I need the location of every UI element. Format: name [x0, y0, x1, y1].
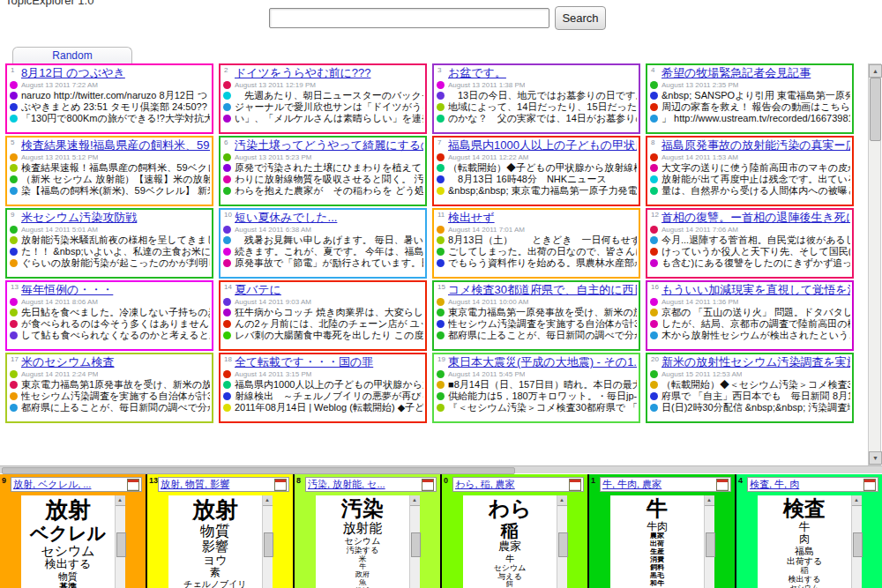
card-title-link[interactable]: 希望の牧場緊急記者会見記事 [662, 65, 850, 81]
scroll-up-icon[interactable]: ▲ [263, 495, 273, 506]
topic-dot-icon [223, 309, 231, 316]
topic-word: 物質 [23, 571, 114, 582]
topic-scrollbar[interactable]: ▲ [851, 495, 862, 588]
card-header: 6 汚染土壌ってどうやって綺麗にするの？ [222, 138, 423, 153]
topic-dot-icon [223, 164, 231, 172]
card-snippet: &nbsp; SANSPOより引用 東電福島第一原発 [662, 90, 850, 101]
calendar-icon[interactable] [716, 479, 729, 491]
card-title-link[interactable]: 福島県内1000人以上の子どもの甲状腺 [448, 138, 637, 153]
card-snippet: 検査結果速報！福島県産の飼料米、59ベクレル [21, 162, 210, 174]
topic-dot-icon [437, 187, 445, 195]
card-header: 2 ドイツをうらやむ前に??? [222, 65, 423, 80]
scrollbar-thumb[interactable] [706, 532, 715, 557]
topic-number: 13 [149, 476, 158, 485]
card-snippet: 都府県に上ることが、毎日新聞の調べで分かっ [21, 402, 210, 413]
scroll-up-icon[interactable]: ▲ [852, 495, 862, 506]
scroll-up-icon[interactable]: ▲ [705, 495, 714, 506]
card-title-link[interactable]: もういい加減現実を直視して覚悟を決め [662, 282, 850, 298]
scrollbar-thumb[interactable] [558, 532, 568, 557]
scrollbar-thumb[interactable] [116, 532, 126, 557]
card-header: 18 全て転載です・・・国の罪 [222, 354, 423, 369]
topic-words: 牛牛肉農家出荷生産消費飼料黒毛和牛 [612, 497, 703, 588]
card-snippet-row: 地域によって、14日だったり、15日だったりする [436, 101, 637, 113]
card-title-link[interactable]: 新米の放射性セシウム汚染調査を実施 [662, 354, 850, 370]
card-snippet: た！！ &nbsp;いよいよ、私達の主食お米にどれ [21, 246, 210, 257]
card-number: 7 [437, 138, 441, 146]
page-vertical-scrollbar[interactable]: ▲ ▼ [868, 63, 881, 465]
topic-panel: 9 放射, ベクレル, ... 放射ベクレルセシウム検出する物質基準超える ▲ … [0, 474, 882, 588]
topic-dot-icon [10, 92, 18, 100]
card-title-link[interactable]: 毎年恒例の・・・ [21, 282, 210, 298]
topic-scrollbar[interactable]: ▲ [409, 495, 420, 588]
topic-word-list: 放射物質影響ヨウ素チェルノブイリストロンチウム剤 ▲ [168, 495, 273, 588]
card-snippet-row: 2011年08月14日 | Weblog (転載開始) ◆子ど [222, 402, 423, 413]
topic-header-link[interactable]: 放射, 物質, 影響 [161, 478, 274, 491]
topic-scrollbar[interactable]: ▲ [557, 495, 567, 588]
card-snippet: 先日鮎を食べました。冷凍しない子持ちの炭焼き [21, 307, 210, 318]
scroll-down-icon[interactable]: ▼ [869, 451, 882, 465]
topic-scrollbar[interactable]: ▲ [262, 495, 273, 588]
topic-scrollbar[interactable]: ▲ [115, 495, 125, 588]
card-snippet-row: 東京電力福島第1原発事故を受け、新米の放射 [9, 379, 210, 391]
card-title-link[interactable]: 福島原発事故の放射能汚染の真実ー広 [662, 138, 850, 153]
card-date: August 13 2011 12:19 PM [235, 81, 316, 89]
scroll-up-icon[interactable]: ▲ [869, 64, 882, 78]
topic-dot-icon [437, 103, 445, 111]
card-title-link[interactable]: 検出せず [448, 210, 637, 226]
scrollbar-thumb[interactable] [853, 532, 863, 557]
card-snippet-row: 13日の今日、地元ではお墓参りの日です。 [436, 90, 637, 101]
card-snippet-row: 福島県内1000人以上の子どもの甲状腺から放 [222, 379, 423, 391]
card-snippet-row: 検査結果速報！福島県産の飼料米、59ベクレル [9, 162, 210, 174]
topic-word: 牛 [318, 563, 408, 571]
scroll-up-icon[interactable]: ▲ [557, 495, 567, 506]
calendar-icon[interactable] [863, 479, 876, 491]
calendar-icon[interactable] [127, 479, 139, 491]
topic-header-link[interactable]: わら, 稲, 農家 [455, 478, 569, 491]
card-snippet-row: 都府県に上ることが、毎日新聞の調べで分かっ [436, 330, 637, 341]
tab-random[interactable]: Random [12, 47, 132, 64]
card-date: August 13 2011 7:22 AM [21, 81, 98, 89]
topic-word: 物質 [170, 523, 261, 540]
card-title-link[interactable]: 8月12日 のつぶやき [21, 65, 210, 81]
topic-word: 和牛 [612, 580, 703, 588]
search-input[interactable] [269, 8, 549, 28]
topic-dot-icon [223, 392, 231, 400]
card-title-link[interactable]: 短い夏休みでした... [235, 210, 423, 226]
search-button[interactable]: Search [555, 6, 606, 30]
card-date-row: August 14 2011 3:15 PM [222, 369, 423, 379]
topic-header-link[interactable]: 牛, 牛肉, 農家 [602, 478, 716, 491]
card-snippet-row: 大文字の送りに使う陸前高田市のマキの皮から [649, 162, 850, 174]
card-snippet: &nbsp;&nbsp; 東京電力福島第一原子力発電 [448, 185, 637, 197]
card-title-link[interactable]: 首相の復讐。ー首相の退陣後生き死にの [662, 210, 850, 226]
topic-header-link[interactable]: 放射, ベクレル, ... [13, 478, 127, 491]
scroll-up-icon[interactable]: ▲ [116, 495, 125, 506]
card-title-link[interactable]: 全て転載です・・・国の罪 [235, 354, 423, 370]
calendar-icon[interactable] [569, 479, 581, 491]
horizontal-scrollbar-thumb[interactable] [2, 467, 515, 474]
topic-words: 汚染放射能セシウム汚染する米牛政府魚地域 [318, 497, 408, 588]
card-title-link[interactable]: 米のセシウム検査 [21, 354, 210, 370]
scroll-up-icon[interactable]: ▲ [410, 495, 420, 506]
card-snippet: 府県で 「自主」西日本でも 毎日新聞 8月14 [662, 391, 850, 402]
topic-header-link[interactable]: 検査, 牛, 肉 [750, 478, 863, 491]
card-title-link[interactable]: 米セシウム汚染攻防戦 [21, 210, 210, 226]
topic-scrollbar[interactable]: ▲ [704, 495, 714, 588]
card-title-link[interactable]: 夏バテに [235, 282, 423, 298]
topic-header-link[interactable]: 汚染, 放射能, セ... [308, 478, 422, 491]
card-title-link[interactable]: 汚染土壌ってどうやって綺麗にするの？ [235, 138, 423, 153]
card-title-link[interactable]: 東日本大震災(平成の大地震) - その1... [448, 354, 637, 370]
topic-dot-icon [10, 153, 18, 161]
card-title-link[interactable]: コメ検査30都道府県で、自主的に西日本 [448, 282, 637, 298]
card-title-link[interactable]: ドイツをうらやむ前に??? [235, 65, 423, 81]
card-date: August 14 2011 12:22 AM [448, 153, 528, 161]
card-snippet-row: （転載開始）◆子どもの甲状腺から放射線検出 [436, 162, 637, 174]
card-title-link[interactable]: お盆です。 [448, 65, 637, 81]
scrollbar-thumb[interactable] [411, 532, 421, 557]
card-title-link[interactable]: 検査結果速報!福島県産の飼料米、59ベ [21, 138, 210, 153]
horizontal-scrollbar[interactable] [0, 465, 882, 473]
calendar-icon[interactable] [422, 479, 434, 491]
scrollbar-thumb[interactable] [264, 532, 273, 557]
card-snippet: 地域によって、14日だったり、15日だったりする [448, 101, 637, 113]
scrollbar-thumb[interactable] [870, 78, 881, 141]
calendar-icon[interactable] [274, 479, 287, 491]
